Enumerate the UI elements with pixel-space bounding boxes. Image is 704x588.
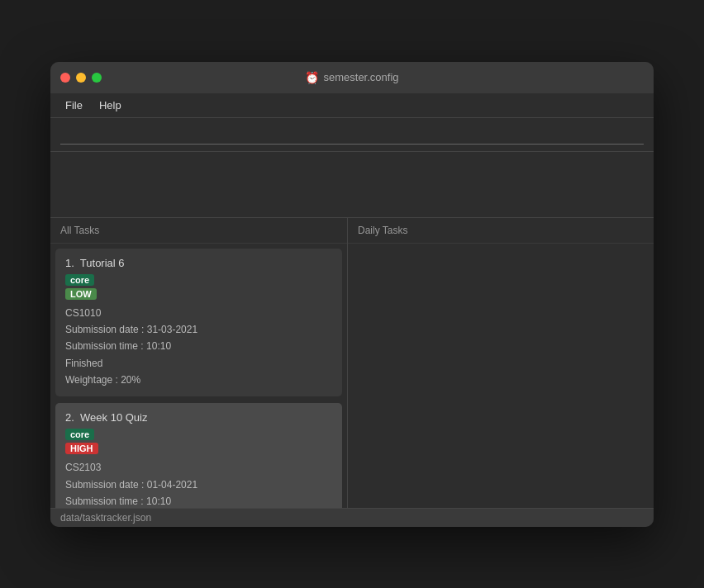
all-tasks-header: All Tasks — [50, 218, 347, 244]
search-input[interactable] — [60, 125, 644, 145]
task-subtime-2: Submission time : 10:10 — [65, 493, 332, 507]
daily-tasks-panel: Daily Tasks — [348, 218, 654, 508]
task-badges-1: core LOW — [65, 274, 332, 300]
task-subdate-1: Submission date : 31-03-2021 — [65, 321, 332, 338]
help-menu[interactable]: Help — [93, 97, 128, 114]
close-button[interactable] — [60, 73, 70, 83]
all-tasks-panel: All Tasks 1. Tutorial 6 core LOW CS1010 … — [50, 218, 348, 508]
task-card-1[interactable]: 1. Tutorial 6 core LOW CS1010 Submission… — [55, 249, 342, 397]
task-badges-2: core HIGH — [65, 429, 332, 454]
task-title-1: 1. Tutorial 6 — [65, 257, 332, 269]
badge-core-2: core — [65, 429, 94, 440]
daily-tasks-header: Daily Tasks — [348, 218, 654, 244]
window-title: ⏰ semester.config — [305, 71, 398, 84]
app-window: ⏰ semester.config File Help All Tasks 1.… — [50, 62, 654, 527]
file-menu[interactable]: File — [59, 97, 89, 114]
search-bar-container — [50, 118, 654, 152]
menubar: File Help — [50, 93, 654, 118]
task-title-2: 2. Week 10 Quiz — [65, 411, 332, 424]
task-card-2[interactable]: 2. Week 10 Quiz core HIGH CS2103 Submiss… — [55, 403, 342, 507]
main-content: All Tasks 1. Tutorial 6 core LOW CS1010 … — [50, 218, 654, 509]
alarm-icon: ⏰ — [305, 71, 319, 84]
badge-high-2: HIGH — [65, 443, 98, 454]
task-meta-1: CS1010 Submission date : 31-03-2021 Subm… — [65, 305, 332, 389]
titlebar: ⏰ semester.config — [50, 62, 654, 93]
task-subdate-2: Submission date : 01-04-2021 — [65, 477, 332, 493]
badge-low-1: LOW — [65, 288, 97, 300]
maximize-button[interactable] — [92, 73, 102, 83]
minimize-button[interactable] — [76, 73, 86, 83]
task-subtime-1: Submission time : 10:10 — [65, 338, 332, 354]
statusbar: data/tasktracker.json — [50, 509, 654, 527]
description-area — [50, 152, 654, 218]
badge-core-1: core — [65, 274, 94, 286]
task-meta-2: CS2103 Submission date : 01-04-2021 Subm… — [65, 459, 332, 507]
task-course-2: CS2103 — [65, 459, 332, 476]
tasks-list[interactable]: 1. Tutorial 6 core LOW CS1010 Submission… — [50, 244, 347, 508]
task-course-1: CS1010 — [65, 305, 332, 321]
status-path: data/tasktracker.json — [60, 512, 151, 524]
task-status-1: Finished — [65, 355, 332, 372]
task-weightage-1: Weightage : 20% — [65, 372, 332, 388]
traffic-lights — [60, 73, 102, 83]
